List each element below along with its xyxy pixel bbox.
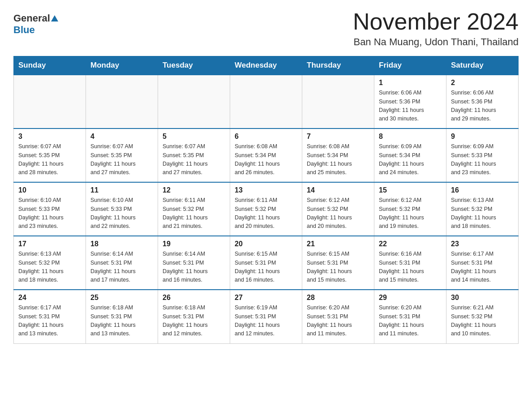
day-info: Sunrise: 6:16 AM Sunset: 5:31 PM Dayligh… <box>379 250 442 285</box>
day-header-thursday: Thursday <box>302 56 374 75</box>
logo-blue-text: Blue <box>13 24 35 36</box>
logo-general-word: General <box>13 13 50 24</box>
calendar-table: SundayMondayTuesdayWednesdayThursdayFrid… <box>13 56 519 344</box>
day-number: 15 <box>379 186 442 194</box>
day-number: 29 <box>379 294 442 302</box>
day-info: Sunrise: 6:06 AM Sunset: 5:36 PM Dayligh… <box>379 89 442 124</box>
day-info: Sunrise: 6:12 AM Sunset: 5:32 PM Dayligh… <box>307 196 369 231</box>
day-number: 26 <box>163 294 225 302</box>
week-row-2: 3Sunrise: 6:07 AM Sunset: 5:35 PM Daylig… <box>14 128 519 182</box>
calendar-cell: 26Sunrise: 6:18 AM Sunset: 5:31 PM Dayli… <box>158 290 230 343</box>
day-info: Sunrise: 6:18 AM Sunset: 5:31 PM Dayligh… <box>163 304 225 338</box>
day-number: 11 <box>90 186 153 194</box>
calendar-cell: 10Sunrise: 6:10 AM Sunset: 5:33 PM Dayli… <box>14 182 86 236</box>
day-header-wednesday: Wednesday <box>230 56 302 75</box>
day-info: Sunrise: 6:11 AM Sunset: 5:32 PM Dayligh… <box>163 196 225 231</box>
calendar-cell: 7Sunrise: 6:08 AM Sunset: 5:34 PM Daylig… <box>302 128 374 182</box>
day-number: 19 <box>163 240 225 248</box>
day-info: Sunrise: 6:08 AM Sunset: 5:34 PM Dayligh… <box>235 142 297 177</box>
calendar-cell: 1Sunrise: 6:06 AM Sunset: 5:36 PM Daylig… <box>374 75 446 128</box>
day-number: 10 <box>18 186 81 194</box>
svg-marker-0 <box>51 15 58 21</box>
day-info: Sunrise: 6:06 AM Sunset: 5:36 PM Dayligh… <box>451 89 514 124</box>
day-info: Sunrise: 6:11 AM Sunset: 5:32 PM Dayligh… <box>235 196 297 231</box>
calendar-cell: 29Sunrise: 6:20 AM Sunset: 5:31 PM Dayli… <box>374 290 446 343</box>
calendar-cell: 5Sunrise: 6:07 AM Sunset: 5:35 PM Daylig… <box>158 128 230 182</box>
day-info: Sunrise: 6:19 AM Sunset: 5:31 PM Dayligh… <box>235 304 297 338</box>
week-row-1: 1Sunrise: 6:06 AM Sunset: 5:36 PM Daylig… <box>14 75 519 128</box>
day-number: 14 <box>307 186 369 194</box>
calendar-cell: 20Sunrise: 6:15 AM Sunset: 5:31 PM Dayli… <box>230 236 302 290</box>
calendar-cell: 4Sunrise: 6:07 AM Sunset: 5:35 PM Daylig… <box>86 128 158 182</box>
day-number: 16 <box>451 186 514 194</box>
day-info: Sunrise: 6:07 AM Sunset: 5:35 PM Dayligh… <box>163 142 225 177</box>
calendar-cell: 14Sunrise: 6:12 AM Sunset: 5:32 PM Dayli… <box>302 182 374 236</box>
day-info: Sunrise: 6:14 AM Sunset: 5:31 PM Dayligh… <box>90 250 153 285</box>
day-header-friday: Friday <box>374 56 446 75</box>
calendar-cell: 13Sunrise: 6:11 AM Sunset: 5:32 PM Dayli… <box>230 182 302 236</box>
day-info: Sunrise: 6:13 AM Sunset: 5:32 PM Dayligh… <box>18 250 81 285</box>
calendar-cell <box>14 75 86 128</box>
calendar-cell: 19Sunrise: 6:14 AM Sunset: 5:31 PM Dayli… <box>158 236 230 290</box>
day-number: 17 <box>18 240 81 248</box>
day-number: 7 <box>307 133 369 141</box>
day-number: 4 <box>90 133 153 141</box>
title-section: November 2024 Ban Na Muang, Udon Thani, … <box>353 9 519 48</box>
month-title: November 2024 <box>353 9 519 34</box>
day-info: Sunrise: 6:09 AM Sunset: 5:34 PM Dayligh… <box>379 142 442 177</box>
day-info: Sunrise: 6:17 AM Sunset: 5:31 PM Dayligh… <box>451 250 514 285</box>
day-info: Sunrise: 6:12 AM Sunset: 5:32 PM Dayligh… <box>379 196 442 231</box>
calendar-cell <box>302 75 374 128</box>
week-row-5: 24Sunrise: 6:17 AM Sunset: 5:31 PM Dayli… <box>14 290 519 343</box>
week-row-3: 10Sunrise: 6:10 AM Sunset: 5:33 PM Dayli… <box>14 182 519 236</box>
calendar-cell: 22Sunrise: 6:16 AM Sunset: 5:31 PM Dayli… <box>374 236 446 290</box>
calendar-cell: 27Sunrise: 6:19 AM Sunset: 5:31 PM Dayli… <box>230 290 302 343</box>
day-header-tuesday: Tuesday <box>158 56 230 75</box>
day-number: 20 <box>235 240 297 248</box>
calendar-cell: 30Sunrise: 6:21 AM Sunset: 5:32 PM Dayli… <box>446 290 519 343</box>
day-number: 25 <box>90 294 153 302</box>
day-info: Sunrise: 6:18 AM Sunset: 5:31 PM Dayligh… <box>90 304 153 338</box>
day-number: 5 <box>163 133 225 141</box>
calendar-cell <box>230 75 302 128</box>
day-header-monday: Monday <box>86 56 158 75</box>
page-header: General Blue November 2024 Ban Na Muang,… <box>13 9 519 48</box>
logo: General Blue <box>13 9 59 36</box>
day-number: 12 <box>163 186 225 194</box>
day-info: Sunrise: 6:07 AM Sunset: 5:35 PM Dayligh… <box>90 142 153 177</box>
day-number: 6 <box>235 133 297 141</box>
calendar-cell: 23Sunrise: 6:17 AM Sunset: 5:31 PM Dayli… <box>446 236 519 290</box>
day-number: 18 <box>90 240 153 248</box>
logo-triangle-icon <box>51 14 59 22</box>
day-number: 27 <box>235 294 297 302</box>
day-number: 9 <box>451 133 514 141</box>
calendar-cell <box>158 75 230 128</box>
calendar-cell: 12Sunrise: 6:11 AM Sunset: 5:32 PM Dayli… <box>158 182 230 236</box>
calendar-cell: 2Sunrise: 6:06 AM Sunset: 5:36 PM Daylig… <box>446 75 519 128</box>
day-number: 22 <box>379 240 442 248</box>
day-header-sunday: Sunday <box>14 56 86 75</box>
calendar-cell: 28Sunrise: 6:20 AM Sunset: 5:31 PM Dayli… <box>302 290 374 343</box>
day-number: 28 <box>307 294 369 302</box>
calendar-cell <box>86 75 158 128</box>
logo-general-text: General <box>13 13 59 24</box>
day-info: Sunrise: 6:07 AM Sunset: 5:35 PM Dayligh… <box>18 142 81 177</box>
day-header-saturday: Saturday <box>446 56 519 75</box>
day-number: 23 <box>451 240 514 248</box>
day-number: 24 <box>18 294 81 302</box>
day-info: Sunrise: 6:15 AM Sunset: 5:31 PM Dayligh… <box>307 250 369 285</box>
day-info: Sunrise: 6:10 AM Sunset: 5:33 PM Dayligh… <box>90 196 153 231</box>
calendar-cell: 16Sunrise: 6:13 AM Sunset: 5:32 PM Dayli… <box>446 182 519 236</box>
calendar-cell: 17Sunrise: 6:13 AM Sunset: 5:32 PM Dayli… <box>14 236 86 290</box>
day-info: Sunrise: 6:20 AM Sunset: 5:31 PM Dayligh… <box>379 304 442 338</box>
calendar-cell: 18Sunrise: 6:14 AM Sunset: 5:31 PM Dayli… <box>86 236 158 290</box>
day-info: Sunrise: 6:15 AM Sunset: 5:31 PM Dayligh… <box>235 250 297 285</box>
week-row-4: 17Sunrise: 6:13 AM Sunset: 5:32 PM Dayli… <box>14 236 519 290</box>
calendar-cell: 11Sunrise: 6:10 AM Sunset: 5:33 PM Dayli… <box>86 182 158 236</box>
day-number: 8 <box>379 133 442 141</box>
calendar-cell: 8Sunrise: 6:09 AM Sunset: 5:34 PM Daylig… <box>374 128 446 182</box>
day-number: 1 <box>379 79 442 87</box>
calendar-cell: 3Sunrise: 6:07 AM Sunset: 5:35 PM Daylig… <box>14 128 86 182</box>
calendar-cell: 21Sunrise: 6:15 AM Sunset: 5:31 PM Dayli… <box>302 236 374 290</box>
calendar-cell: 25Sunrise: 6:18 AM Sunset: 5:31 PM Dayli… <box>86 290 158 343</box>
